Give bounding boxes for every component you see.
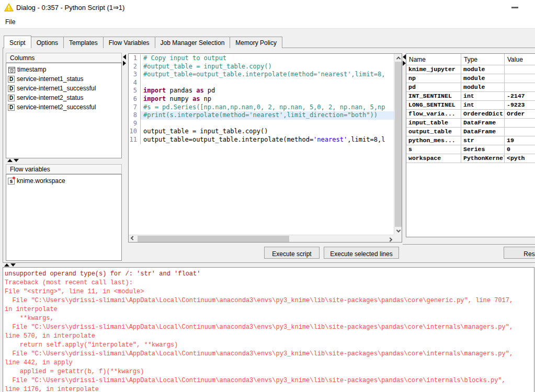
list-item-label: service-internet2_successful	[17, 103, 96, 111]
workspace-variables-table[interactable]: NameTypeValueknime_jupytermodulenpmodule…	[406, 53, 535, 237]
code-line[interactable]: 6import numpy as np	[129, 95, 394, 103]
left-vertical-splitter[interactable]	[122, 53, 127, 261]
code-editor[interactable]: 1# Copy input to output2#output_table = …	[128, 53, 402, 243]
code-text: import pandas as pd	[141, 87, 394, 95]
code-line[interactable]: 2#output_table = input_table.copy()	[129, 63, 394, 71]
code-line[interactable]: 4	[129, 79, 394, 87]
table-cell: <pyth	[505, 154, 535, 163]
editor-vertical-scrollbar[interactable]	[394, 54, 402, 235]
table-row[interactable]: sSeries0	[406, 145, 535, 154]
table-row[interactable]: python_mes...str19	[406, 136, 535, 145]
warning-icon	[4, 3, 14, 11]
right-panel-separator	[403, 244, 535, 245]
column-header-name[interactable]: Name	[406, 54, 461, 65]
column-header-type[interactable]: Type	[461, 54, 505, 65]
table-row[interactable]: workspacePythonKernel<pyth	[406, 154, 535, 163]
table-cell: module	[461, 74, 505, 83]
script-tab-content: Columns timestampDservice-internet1_stat…	[3, 48, 535, 263]
code-text: import numpy as np	[141, 95, 394, 103]
scroll-down-icon[interactable]	[394, 227, 402, 235]
dialog-body: ScriptOptionsTemplatesFlow VariablesJob …	[0, 28, 535, 392]
execute-script-button[interactable]: Execute script	[264, 247, 320, 259]
scroll-right-icon[interactable]	[386, 235, 394, 243]
horizontal-scroll-thumb[interactable]	[138, 236, 289, 242]
code-line[interactable]: 8#print(s.interpolate(method='nearest',l…	[129, 111, 394, 120]
code-view[interactable]: 1# Copy input to output2#output_table = …	[129, 54, 394, 235]
execute-selected-lines-button[interactable]: Execute selected lines	[324, 247, 399, 259]
table-cell: workspace	[406, 154, 461, 163]
columns-list[interactable]: timestampDservice-internet1_statusDservi…	[6, 63, 122, 158]
line-number: 2	[129, 63, 141, 71]
table-cell: pd	[406, 83, 461, 91]
table-row[interactable]: LONG_SENTINELint-9223	[406, 101, 535, 110]
code-line[interactable]: 5import pandas as pd	[129, 87, 394, 95]
tab-job-manager-selection[interactable]: Job Manager Selection	[155, 37, 231, 48]
tab-memory-policy[interactable]: Memory Policy	[230, 37, 282, 48]
double-type-icon: D	[8, 76, 15, 83]
console-line: line 442, in apply	[5, 359, 534, 367]
columns-flow-splitter[interactable]	[6, 158, 122, 163]
list-item[interactable]: sknime.workspace	[6, 176, 121, 186]
scroll-left-icon[interactable]	[129, 235, 136, 243]
columns-panel-title: Columns	[10, 54, 35, 62]
table-row[interactable]: flow_varia...OrderedDictOrder	[406, 110, 535, 119]
console-line: File "C:\Users\ydrissi-slimani\AppData\L…	[5, 323, 534, 332]
tab-options[interactable]: Options	[31, 37, 64, 48]
code-line[interactable]: 7#s = pd.Series([np.nan,np.nan,0, 2, np.…	[129, 103, 394, 112]
flow-variables-panel-header: Flow variables	[6, 164, 122, 174]
flow-variables-list[interactable]: sknime.workspace	[6, 174, 122, 261]
scroll-up-icon[interactable]	[394, 54, 402, 62]
table-cell: input_table	[406, 119, 461, 127]
console-line: File "C:\Users\ydrissi-slimani\AppData\L…	[5, 350, 534, 359]
splitter-grip-icon	[4, 263, 16, 267]
table-row[interactable]: input_tableDataFrame	[406, 119, 535, 128]
code-line[interactable]: 1# Copy input to output	[129, 54, 394, 63]
table-cell	[505, 83, 535, 91]
table-cell: OrderedDict	[461, 110, 505, 118]
menu-file[interactable]: File	[3, 18, 17, 26]
list-item[interactable]: timestamp	[6, 65, 121, 74]
tab-templates[interactable]: Templates	[63, 37, 104, 48]
line-number: 1	[129, 54, 141, 63]
code-line[interactable]: 10output_table = input_table.copy()	[129, 128, 394, 136]
table-row[interactable]: output_tableDataFrame	[406, 128, 535, 136]
code-text: #print(s.interpolate(method='nearest',li…	[141, 111, 394, 120]
line-number: 7	[129, 103, 141, 112]
column-header-value[interactable]: Value	[505, 54, 535, 65]
table-row[interactable]: npmodule	[406, 74, 535, 83]
list-item[interactable]: Dservice-internet1_status	[6, 74, 121, 84]
table-cell: Order	[505, 110, 535, 118]
table-cell: 0	[505, 145, 535, 154]
tab-script[interactable]: Script	[4, 36, 31, 48]
console-line: File "<string>", line 11, in <module>	[5, 287, 534, 296]
minimize-button[interactable]	[503, 0, 527, 15]
list-item[interactable]: Dservice-internet2_status	[6, 93, 121, 102]
console-line: line 1176, in interpolate	[5, 385, 534, 392]
table-cell: flow_varia...	[406, 110, 461, 118]
table-cell	[505, 65, 535, 74]
vertical-scroll-thumb[interactable]	[395, 62, 402, 227]
list-item[interactable]: Dservice-internet1_successful	[6, 84, 121, 93]
console-output[interactable]: unsupported operand type(s) for /: 'str'…	[3, 267, 534, 392]
table-cell: 19	[505, 136, 535, 145]
code-line[interactable]: 3#output_table=output_table.interpolate(…	[129, 71, 394, 79]
table-row[interactable]: pdmodule	[406, 83, 535, 92]
code-line[interactable]: 11output_table=output_table.interpolate(…	[129, 136, 394, 144]
table-cell: int	[461, 92, 505, 100]
tab-flow-variables[interactable]: Flow Variables	[103, 37, 155, 48]
table-row[interactable]: knime_jupytermodule	[406, 65, 535, 74]
code-line[interactable]: 9	[129, 120, 394, 128]
reset-workspace-button[interactable]: Reset w	[504, 247, 535, 259]
console-line: File "C:\Users\ydrissi-slimani\AppData\L…	[5, 376, 534, 385]
window-title: Dialog - 0:357 - Python Script (1⇒1)	[16, 4, 124, 11]
editor-horizontal-scrollbar[interactable]	[129, 235, 394, 242]
flow-variables-panel-title: Flow variables	[10, 166, 50, 173]
table-cell: module	[461, 83, 505, 91]
python-script-dialog-window: Dialog - 0:357 - Python Script (1⇒1) Fil…	[0, 0, 535, 392]
list-item[interactable]: Dservice-internet2_successful	[6, 102, 121, 112]
console-line: line 570, in interpolate	[5, 332, 534, 341]
table-row[interactable]: INT_SENTINELint-2147	[406, 92, 535, 101]
code-text: #output_table=output_table.interpolate(m…	[141, 71, 394, 79]
table-cell: str	[461, 136, 505, 145]
string-flow-variable-icon: s	[8, 178, 15, 185]
